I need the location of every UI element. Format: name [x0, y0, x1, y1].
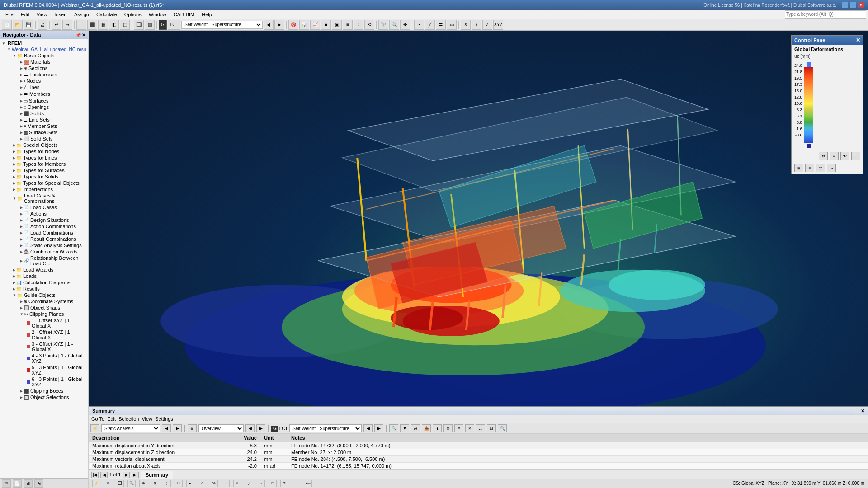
- nav-loads[interactable]: ▶ 📁 Loads: [11, 273, 88, 279]
- results-menu-view[interactable]: View: [142, 416, 152, 422]
- cp-legend-btn[interactable]: ≡: [830, 152, 839, 160]
- nav-combination-wizards[interactable]: ▶ 🧙 Combination Wizards: [18, 249, 88, 255]
- nav-lines[interactable]: ▶ ╱ Lines: [18, 84, 88, 90]
- view-btn-4[interactable]: ◧: [109, 20, 119, 30]
- nav-project[interactable]: ▼ Webinar_GA-1_all-updated_NO-resu: [5, 47, 88, 52]
- sb-angle-btn[interactable]: ∠: [198, 480, 206, 487]
- nav-result-combinations[interactable]: ▶ 📄 Result Combinations: [18, 236, 88, 242]
- results-close-btn[interactable]: ✕: [861, 408, 864, 413]
- nav-load-wizards[interactable]: ▶ 📁 Load Wizards: [11, 267, 88, 273]
- view-btn-3[interactable]: ▦: [98, 20, 108, 30]
- view-btn-2[interactable]: ⬛: [87, 20, 97, 30]
- rt-search-btn[interactable]: 🔍: [389, 424, 398, 432]
- sb-text-btn[interactable]: T: [280, 480, 288, 487]
- sb-dim-btn[interactable]: ⟺: [304, 480, 312, 487]
- menu-insert[interactable]: Insert: [51, 11, 71, 18]
- nav-cp-3[interactable]: 3 - Offset XYZ | 1 - Global X: [25, 341, 88, 352]
- results-menu-edit[interactable]: Edit: [107, 416, 116, 422]
- nav-load-cases[interactable]: ▶ 📄 Load Cases: [18, 204, 88, 211]
- nav-clipping-boxes[interactable]: ▶ ⬛ Clipping Boxes: [18, 388, 88, 394]
- result-btn-5[interactable]: ▣: [332, 20, 342, 30]
- first-page-btn[interactable]: |◀: [91, 472, 99, 478]
- menu-options[interactable]: Options: [121, 11, 145, 18]
- nav-calc-diagrams[interactable]: ▶ 📊 Calculation Diagrams: [11, 279, 88, 286]
- nav-special-objects[interactable]: ▶ 📁 Special Objects: [11, 142, 88, 148]
- view-btn-5[interactable]: ◫: [120, 20, 130, 30]
- sb-arrow-btn[interactable]: →: [292, 480, 300, 487]
- rt-export-btn[interactable]: 📤: [422, 424, 431, 432]
- sb-rect-btn[interactable]: □: [269, 480, 277, 487]
- menu-edit[interactable]: Edit: [17, 11, 33, 18]
- next-page-btn[interactable]: ▶: [123, 472, 130, 478]
- view-btn-1[interactable]: ⬜: [76, 20, 86, 30]
- rt-more-btn[interactable]: …: [476, 424, 485, 432]
- lc-result-selector[interactable]: Self Weight - Superstructure: [289, 424, 362, 432]
- nav-actions[interactable]: ▶ 📄 Actions: [18, 211, 88, 217]
- menu-file[interactable]: File: [2, 11, 17, 18]
- material-btn[interactable]: ▩: [145, 20, 155, 30]
- cp-filter-btn[interactable]: ▽: [816, 164, 825, 172]
- rt-next-btn[interactable]: ▶: [173, 424, 182, 432]
- rt-calc-btn[interactable]: ⚡: [90, 424, 99, 432]
- results-menu-settings[interactable]: Settings: [155, 416, 173, 422]
- nav-design-situations[interactable]: ▶ 📄 Design Situations: [18, 217, 88, 223]
- rt-lc-next[interactable]: ▶: [374, 424, 383, 432]
- analysis-type-selector[interactable]: Static Analysis: [101, 424, 160, 432]
- sb-select-btn[interactable]: ⊕: [139, 480, 147, 487]
- sb-zoom-btn[interactable]: 🔍: [127, 480, 136, 487]
- rt-list-btn[interactable]: ≡: [454, 424, 463, 432]
- menu-help[interactable]: Help: [198, 11, 216, 18]
- nav-load-cases-comb[interactable]: ▼ 📁 Load Cases & Combinations: [11, 192, 88, 204]
- results-menu-selection[interactable]: Selection: [118, 416, 139, 422]
- undo-button[interactable]: ↩: [52, 20, 61, 30]
- nav-types-for-special[interactable]: ▶ 📁 Types for Special Objects: [11, 180, 88, 186]
- surface-btn[interactable]: ▭: [447, 20, 457, 30]
- sb-node-btn[interactable]: ▸: [186, 480, 194, 487]
- nav-basic-objects[interactable]: ▼ 📁 Basic Objects: [11, 52, 88, 59]
- nav-tab-display-icon[interactable]: 🖥: [24, 479, 33, 488]
- minimize-button[interactable]: ─: [842, 2, 848, 8]
- result-btn-3[interactable]: 📈: [310, 20, 320, 30]
- table-row[interactable]: Maximum displacement in Y-direction -5.8…: [89, 442, 868, 449]
- rt-add-btn[interactable]: ⊕: [188, 424, 197, 432]
- rt-lc-prev[interactable]: ◀: [363, 424, 373, 432]
- cp-close-btn[interactable]: ✕: [856, 37, 860, 43]
- axis-all-btn[interactable]: XYZ: [493, 20, 503, 30]
- maximize-button[interactable]: □: [850, 2, 856, 8]
- axis-x-btn[interactable]: X: [461, 20, 471, 30]
- nav-materials[interactable]: ▶ 🧱 Materials: [18, 59, 88, 65]
- nav-cp-4[interactable]: 4 - 3 Points | 1 - Global XYZ: [25, 352, 88, 364]
- sb-pen-btn[interactable]: ✏: [233, 480, 241, 487]
- nav-guide-objects[interactable]: ▼ 📁 Guide Objects: [11, 292, 88, 298]
- sb-calc-btn[interactable]: ⚡: [92, 480, 100, 487]
- nav-surfaces[interactable]: ▶ ▭ Surfaces: [18, 98, 88, 104]
- cp-view-btn[interactable]: 👁: [840, 152, 849, 160]
- menu-calculate[interactable]: Calculate: [93, 11, 121, 18]
- lc-next-btn[interactable]: ▶: [274, 20, 284, 30]
- sb-3d-btn[interactable]: 🔲: [116, 480, 124, 487]
- line-btn[interactable]: ╱: [425, 20, 435, 30]
- nav-cp-5[interactable]: 5 - 3 Points | 1 - Global XYZ: [25, 364, 88, 376]
- result-btn-6[interactable]: ≡: [343, 20, 353, 30]
- axis-y-btn[interactable]: Y: [472, 20, 481, 30]
- rt-find-btn[interactable]: 🔍: [498, 424, 507, 432]
- nav-openings[interactable]: ▶ □ Openings: [18, 104, 88, 110]
- sb-view-btn[interactable]: 👁: [104, 480, 112, 487]
- nav-members[interactable]: ▶ 〓 Members: [18, 90, 88, 98]
- tab-summary[interactable]: Summary: [141, 471, 173, 479]
- nav-types-for-nodes[interactable]: ▶ 📁 Types for Nodes: [11, 148, 88, 155]
- rt-prev-btn[interactable]: ◀: [162, 424, 171, 432]
- nav-load-combinations[interactable]: ▶ 📄 Load Combinations: [18, 230, 88, 236]
- nav-solid-sets[interactable]: ▶ ⬜ Solid Sets: [18, 136, 88, 142]
- sb-point-btn[interactable]: H: [175, 480, 183, 487]
- rt-print-btn[interactable]: 🖨: [411, 424, 420, 432]
- sb-fill-btn[interactable]: ○: [257, 480, 265, 487]
- render-btn[interactable]: 🔲: [134, 20, 144, 30]
- result-btn-7[interactable]: ↕: [354, 20, 363, 30]
- rt-filter-btn[interactable]: ▼: [400, 424, 409, 432]
- lc-number-btn[interactable]: LC1: [168, 20, 180, 30]
- member-btn[interactable]: 〓: [436, 20, 446, 30]
- table-row[interactable]: Maximum vectorial displacement 24.2 mm F…: [89, 456, 868, 463]
- result-btn-2[interactable]: 📊: [299, 20, 309, 30]
- rt-settings-btn[interactable]: ⚙: [443, 424, 453, 432]
